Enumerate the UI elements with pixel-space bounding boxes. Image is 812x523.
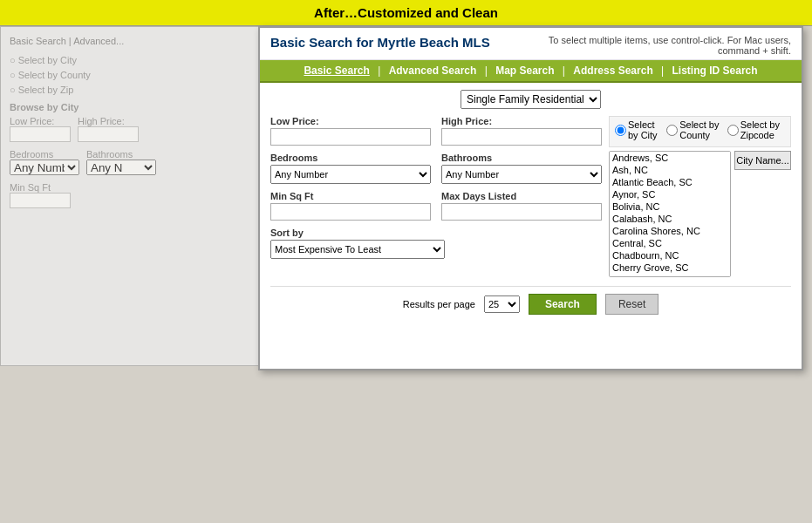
right-column: Select by City Select by County Select b…	[609, 116, 791, 277]
bg-nav-text: Basic Search | Advanced...	[10, 36, 256, 46]
tab-advanced-search[interactable]: Advanced Search	[386, 65, 481, 77]
reset-button[interactable]: Reset	[605, 294, 658, 315]
bg-high-price-group: High Price:	[78, 116, 139, 142]
high-price-input[interactable]	[441, 128, 602, 146]
nav-bar: Basic Search | Advanced Search | Map Sea…	[260, 60, 802, 83]
main-header: Basic Search for Myrtle Beach MLS To sel…	[260, 28, 802, 60]
bg-price-row: Low Price: High Price:	[10, 116, 256, 146]
bathrooms-label: Bathrooms	[441, 153, 602, 163]
max-days-label: Max Days Listed	[441, 191, 602, 201]
tab-map-search[interactable]: Map Search	[492, 65, 557, 77]
two-col-layout: Low Price: High Price: Bedrooms Any Numb…	[270, 116, 791, 277]
max-days-group: Max Days Listed	[441, 191, 602, 221]
main-window: Basic Search for Myrtle Beach MLS To sel…	[258, 26, 803, 370]
sort-select[interactable]: Most Expensive To Least Least Expensive …	[270, 240, 445, 259]
low-price-label: Low Price:	[270, 116, 431, 126]
bedrooms-group: Bedrooms Any Number 1 2 3 4 5+	[270, 153, 431, 184]
city-name-button[interactable]: City Name...	[734, 151, 791, 170]
search-button[interactable]: Search	[529, 294, 597, 315]
content-area: Single Family Residential Condo Land Com…	[260, 83, 802, 329]
radio-zipcode-label[interactable]: Select by Zipcode	[727, 119, 785, 140]
bedrooms-label: Bedrooms	[270, 153, 431, 163]
bedrooms-select[interactable]: Any Number 1 2 3 4 5+	[270, 165, 431, 184]
property-type-select[interactable]: Single Family Residential Condo Land Com…	[461, 90, 601, 109]
bg-low-price-input[interactable]	[10, 126, 71, 142]
bg-bathrooms-group: Bathrooms Any N	[86, 149, 156, 175]
sort-label: Sort by	[270, 228, 602, 238]
title-text: After…Customized and Clean	[314, 5, 498, 20]
bathrooms-group: Bathrooms Any Number 1 2 3 4 5+	[441, 153, 602, 184]
price-row: Low Price: High Price:	[270, 116, 602, 146]
high-price-label: High Price:	[441, 116, 602, 126]
main-subtitle: To select multiple items, use control-cl…	[529, 35, 791, 56]
bg-radio-county: ○ Select by County	[10, 70, 256, 80]
bg-window: Basic Search | Advanced... ○ Select by C…	[0, 26, 266, 366]
max-days-input[interactable]	[441, 203, 602, 221]
results-per-page-label: Results per page	[403, 299, 475, 309]
bg-high-price-input[interactable]	[78, 126, 139, 142]
tab-listing-id-search[interactable]: Listing ID Search	[669, 65, 761, 77]
bg-minsqft-input[interactable]	[10, 193, 71, 208]
min-sqft-label: Min Sq Ft	[270, 191, 431, 201]
bg-bedrooms-group: Bedrooms Any Number	[10, 149, 79, 175]
sort-group: Sort by Most Expensive To Least Least Ex…	[270, 228, 602, 259]
results-per-page-select[interactable]: 25 50 100	[484, 295, 520, 313]
tab-address-search[interactable]: Address Search	[570, 65, 656, 77]
bg-minsqft-group: Min Sq Ft	[10, 182, 256, 208]
results-row: Results per page 25 50 100 Search Reset	[270, 286, 791, 322]
separator-3: |	[563, 65, 565, 77]
bg-low-price-group: Low Price:	[10, 116, 71, 142]
sqft-days-row: Min Sq Ft Max Days Listed	[270, 191, 602, 221]
left-column: Low Price: High Price: Bedrooms Any Numb…	[270, 116, 602, 277]
city-list-container: Andrews, SCAsh, NCAtlantic Beach, SCAyno…	[609, 151, 791, 277]
select-radios-container: Select by City Select by County Select b…	[609, 116, 791, 147]
separator-1: |	[378, 65, 380, 77]
sort-row: Sort by Most Expensive To Least Least Ex…	[270, 228, 602, 259]
radio-city-label[interactable]: Select by City	[615, 119, 661, 140]
radio-city[interactable]	[615, 125, 626, 136]
bg-radio-city: ○ Select by City	[10, 55, 256, 65]
bg-bathrooms-select[interactable]: Any N	[86, 160, 156, 175]
select-radios: Select by City Select by County Select b…	[615, 119, 785, 140]
radio-county[interactable]	[666, 125, 678, 136]
title-bar: After…Customized and Clean	[0, 0, 812, 26]
radio-county-label[interactable]: Select by County	[666, 119, 722, 140]
min-sqft-input[interactable]	[270, 203, 431, 221]
bg-bed-bath-row: Bedrooms Any Number Bathrooms Any N	[10, 149, 256, 179]
bg-section-title: Browse by City	[10, 102, 256, 112]
bg-radio-zip: ○ Select by Zip	[10, 85, 256, 95]
city-list[interactable]: Andrews, SCAsh, NCAtlantic Beach, SCAyno…	[609, 151, 731, 277]
low-price-input[interactable]	[270, 128, 431, 146]
min-sqft-group: Min Sq Ft	[270, 191, 431, 221]
bathrooms-select[interactable]: Any Number 1 2 3 4 5+	[441, 165, 602, 184]
high-price-group: High Price:	[441, 116, 602, 146]
bed-bath-row: Bedrooms Any Number 1 2 3 4 5+ Bathrooms	[270, 153, 602, 184]
main-title: Basic Search for Myrtle Beach MLS	[270, 35, 490, 50]
tab-basic-search[interactable]: Basic Search	[300, 65, 372, 77]
low-price-group: Low Price:	[270, 116, 431, 146]
property-type-row: Single Family Residential Condo Land Com…	[270, 90, 791, 109]
separator-2: |	[485, 65, 488, 77]
radio-zipcode[interactable]	[727, 125, 739, 136]
separator-4: |	[661, 65, 664, 77]
bg-bedrooms-select[interactable]: Any Number	[10, 160, 79, 175]
